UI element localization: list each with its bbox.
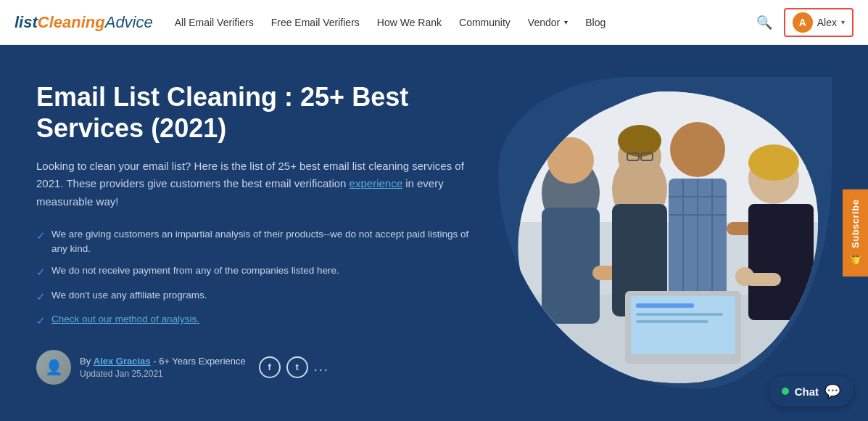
author-name-link[interactable]: Alex Gracias <box>94 356 151 367</box>
social-icons: f t ... <box>259 356 329 378</box>
author-avatar-image: 👤 <box>36 350 71 385</box>
logo-cleaning: Cleaning <box>38 13 105 32</box>
svg-point-4 <box>547 137 594 184</box>
svg-point-15 <box>670 122 725 177</box>
checklist: ✓ We are giving customers an impartial a… <box>36 227 486 330</box>
svg-rect-31 <box>636 303 694 308</box>
user-avatar: A <box>793 12 813 33</box>
more-options-icon[interactable]: ... <box>314 359 329 375</box>
check-icon-4: ✓ <box>36 313 46 330</box>
subscribe-label: Subscribe <box>850 200 861 248</box>
checklist-item-3: ✓ We don't use any affiliate programs. <box>36 288 486 306</box>
checklist-item-4: ✓ Check out our method of analysis. <box>36 312 486 330</box>
user-menu-button[interactable]: A Alex ▾ <box>784 8 853 37</box>
checklist-item-1: ✓ We are giving customers an impartial a… <box>36 227 486 257</box>
nav-free-email-verifiers[interactable]: Free Email Verifiers <box>271 17 360 28</box>
hero-image-shape <box>498 77 832 389</box>
chat-bubble-icon: 💬 <box>824 383 840 399</box>
check-icon-3: ✓ <box>36 289 46 306</box>
author-updated: Updated Jan 25,2021 <box>80 369 246 379</box>
subscribe-button[interactable]: 🔔 Subscribe <box>843 189 868 277</box>
subscribe-inner[interactable]: 🔔 Subscribe <box>843 189 868 277</box>
nav-how-we-rank[interactable]: How We Rank <box>377 17 442 28</box>
nav-right: 🔍 A Alex ▾ <box>756 8 853 37</box>
hero-section: Email List Cleaning : 25+ Best Services … <box>0 45 868 421</box>
chat-online-dot <box>782 388 789 395</box>
user-name: Alex <box>817 17 837 28</box>
svg-rect-5 <box>542 208 600 324</box>
logo[interactable]: list Cleaning Advice <box>15 13 153 32</box>
nav-vendor[interactable]: Vendor ▾ <box>528 17 568 28</box>
checklist-item-2: ✓ We do not receive payment from any of … <box>36 263 486 281</box>
user-dropdown-arrow: ▾ <box>841 18 845 26</box>
hero-title: Email List Cleaning : 25+ Best Services … <box>36 81 486 144</box>
svg-point-25 <box>748 144 799 181</box>
subscribe-bell-icon: 🔔 <box>850 254 861 266</box>
navbar: list Cleaning Advice All Email Verifiers… <box>0 0 868 45</box>
logo-advice: Advice <box>105 13 153 32</box>
author-by-line: By Alex Gracias - 6+ Years Experience <box>80 356 246 367</box>
svg-rect-32 <box>636 313 723 316</box>
svg-point-10 <box>618 125 661 157</box>
svg-rect-26 <box>748 204 814 320</box>
facebook-icon[interactable]: f <box>259 356 281 378</box>
check-icon-1: ✓ <box>36 228 46 245</box>
search-icon[interactable]: 🔍 <box>756 15 772 30</box>
logo-list: list <box>15 13 38 32</box>
svg-point-28 <box>735 267 754 286</box>
svg-rect-33 <box>636 320 708 323</box>
hero-content: Email List Cleaning : 25+ Best Services … <box>36 81 486 385</box>
hero-image <box>498 77 832 389</box>
nav-links: All Email Verifiers Free Email Verifiers… <box>175 17 756 28</box>
hero-photo-svg <box>498 77 832 389</box>
check-icon-2: ✓ <box>36 264 46 281</box>
nav-community[interactable]: Community <box>459 17 511 28</box>
author-section: 👤 By Alex Gracias - 6+ Years Experience … <box>36 350 486 385</box>
nav-all-email-verifiers[interactable]: All Email Verifiers <box>175 17 254 28</box>
method-of-analysis-link[interactable]: Check out our method of analysis. <box>51 312 199 327</box>
nav-blog[interactable]: Blog <box>585 17 605 28</box>
chat-button[interactable]: Chat 💬 <box>769 376 853 406</box>
author-avatar: 👤 <box>36 350 71 385</box>
author-info: By Alex Gracias - 6+ Years Experience Up… <box>80 356 246 379</box>
twitter-icon[interactable]: t <box>286 356 308 378</box>
vendor-dropdown-arrow: ▾ <box>564 18 568 26</box>
hero-subtitle: Looking to clean your email list? Here i… <box>36 158 486 211</box>
chat-label: Chat <box>795 385 819 398</box>
